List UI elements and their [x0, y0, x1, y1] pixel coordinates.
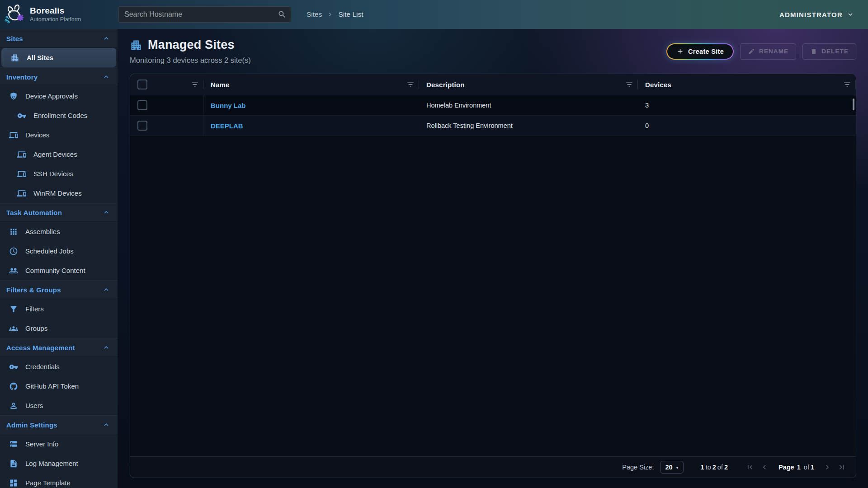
- search-input[interactable]: [118, 6, 291, 23]
- section-header-admin-settings[interactable]: Admin Settings: [0, 415, 118, 434]
- table-scrollbar-thumb[interactable]: [853, 99, 854, 110]
- brand-subtitle: Automation Platform: [30, 17, 81, 23]
- sidebar-item-label: Log Management: [25, 460, 78, 467]
- user-menu[interactable]: ADMINISTRATOR: [779, 10, 854, 19]
- search-icon[interactable]: [278, 10, 287, 19]
- delete-button[interactable]: DELETE: [802, 43, 856, 60]
- brand-text: Borealis Automation Platform: [30, 6, 81, 23]
- chevron-up-icon: [102, 34, 110, 42]
- table-row[interactable]: Bunny Lab Homelab Environment 3: [130, 95, 856, 116]
- sidebar-item-label: WinRM Devices: [33, 189, 82, 197]
- page-subtitle: Monitoring 3 devices across 2 site(s): [130, 56, 251, 65]
- rename-button[interactable]: RENAME: [740, 43, 796, 60]
- header-cell-devices[interactable]: Devices: [638, 74, 856, 95]
- top-bar: Borealis Automation Platform Sites Site …: [0, 0, 868, 29]
- chevron-up-icon: [102, 421, 110, 429]
- section-header-sites[interactable]: Sites: [0, 29, 118, 48]
- site-link[interactable]: Bunny Lab: [211, 102, 246, 109]
- shield-icon: [9, 92, 18, 101]
- filter-icon[interactable]: [625, 80, 633, 89]
- first-page-button[interactable]: [744, 461, 756, 473]
- groups-icon: [9, 324, 18, 333]
- dashboard-icon: [9, 479, 18, 488]
- section-header-inventory[interactable]: Inventory: [0, 67, 118, 86]
- last-page-button[interactable]: [836, 461, 848, 473]
- create-site-button[interactable]: Create Site: [666, 43, 734, 60]
- section-header-filters-groups[interactable]: Filters & Groups: [0, 280, 118, 299]
- next-page-button[interactable]: [821, 461, 833, 473]
- breadcrumb: Sites Site List: [307, 10, 363, 19]
- grid-icon: [9, 227, 18, 236]
- header-cell-select[interactable]: [130, 74, 203, 95]
- breadcrumb-sites[interactable]: Sites: [307, 10, 322, 19]
- cell-select: [130, 95, 203, 115]
- sidebar-item-github-api-token[interactable]: GitHub API Token: [0, 376, 118, 396]
- building-icon: [130, 39, 142, 52]
- user-label: ADMINISTRATOR: [779, 11, 843, 19]
- cell-name: DEEPLAB: [203, 116, 419, 136]
- section-label: Filters & Groups: [6, 286, 61, 294]
- sidebar-item-credentials[interactable]: Credentials: [0, 357, 118, 376]
- plus-icon: [676, 47, 684, 55]
- pencil-icon: [748, 48, 755, 55]
- devices-icon: [9, 131, 18, 140]
- main-content: Managed Sites Monitoring 3 devices acros…: [118, 29, 868, 488]
- section-label: Access Management: [6, 344, 75, 352]
- filter-icon[interactable]: [406, 80, 415, 89]
- sidebar-item-label: All Sites: [27, 54, 53, 61]
- page-size-select[interactable]: 20 ▾: [660, 461, 683, 474]
- sidebar-item-enrollment-codes[interactable]: Enrollment Codes: [0, 106, 118, 125]
- table-header-row: Name Description Devices: [130, 74, 856, 95]
- sidebar-item-server-info[interactable]: Server Info: [0, 434, 118, 454]
- sidebar-item-agent-devices[interactable]: Agent Devices: [0, 145, 118, 164]
- page-header-left: Managed Sites Monitoring 3 devices acros…: [130, 38, 251, 65]
- sidebar-item-filters[interactable]: Filters: [0, 299, 118, 319]
- sidebar-item-label: GitHub API Token: [25, 382, 79, 390]
- sidebar-item-users[interactable]: Users: [0, 396, 118, 415]
- sidebar: Sites All Sites Inventory Device Approva…: [0, 29, 118, 488]
- sidebar-item-label: Community Content: [25, 267, 85, 274]
- breadcrumb-separator-icon: [326, 11, 334, 18]
- sidebar-item-assemblies[interactable]: Assemblies: [0, 222, 118, 241]
- cell-devices: 0: [638, 116, 856, 136]
- sidebar-item-devices[interactable]: Devices: [0, 125, 118, 145]
- app-root: Borealis Automation Platform Sites Site …: [0, 0, 868, 488]
- sidebar-item-log-management[interactable]: Log Management: [0, 454, 118, 473]
- breadcrumb-site-list: Site List: [338, 10, 363, 19]
- section-header-access-management[interactable]: Access Management: [0, 338, 118, 357]
- sidebar-item-label: Enrollment Codes: [33, 112, 87, 119]
- section-header-task-automation[interactable]: Task Automation: [0, 203, 118, 222]
- sidebar-item-label: Filters: [25, 305, 44, 313]
- sidebar-item-scheduled-jobs[interactable]: Scheduled Jobs: [0, 241, 118, 261]
- sidebar-item-ssh-devices[interactable]: SSH Devices: [0, 164, 118, 183]
- brand[interactable]: Borealis Automation Platform: [0, 4, 118, 25]
- page-indicator: Page 1 of1: [778, 464, 814, 471]
- header-cell-name[interactable]: Name: [203, 74, 419, 95]
- site-link[interactable]: DEEPLAB: [211, 122, 243, 130]
- chevron-up-icon: [102, 73, 110, 81]
- column-label-description: Description: [426, 81, 465, 89]
- devices-icon: [17, 189, 26, 198]
- header-cell-description[interactable]: Description: [419, 74, 638, 95]
- sidebar-item-community-content[interactable]: Community Content: [0, 261, 118, 280]
- delete-label: DELETE: [821, 48, 849, 55]
- sidebar-item-page-template[interactable]: Page Template: [0, 473, 118, 488]
- sidebar-item-label: Agent Devices: [33, 150, 77, 158]
- page-actions: Create Site RENAME DELETE: [666, 43, 856, 60]
- chevron-left-icon: [760, 463, 769, 472]
- row-checkbox[interactable]: [137, 121, 147, 131]
- row-checkbox[interactable]: [137, 100, 147, 110]
- select-all-checkbox[interactable]: [137, 80, 147, 89]
- person-icon: [9, 401, 18, 410]
- filter-icon[interactable]: [191, 80, 199, 89]
- table-row[interactable]: DEEPLAB Rollback Testing Environment 0: [130, 116, 856, 136]
- sidebar-item-all-sites[interactable]: All Sites: [1, 48, 116, 67]
- search-wrap: [118, 6, 291, 23]
- sidebar-item-winrm-devices[interactable]: WinRM Devices: [0, 183, 118, 203]
- previous-page-button[interactable]: [759, 461, 770, 473]
- people-icon: [9, 266, 18, 275]
- sidebar-item-groups[interactable]: Groups: [0, 319, 118, 338]
- sites-table-card: Name Description Devices: [130, 74, 856, 478]
- filter-icon[interactable]: [843, 80, 851, 89]
- sidebar-item-device-approvals[interactable]: Device Approvals: [0, 86, 118, 106]
